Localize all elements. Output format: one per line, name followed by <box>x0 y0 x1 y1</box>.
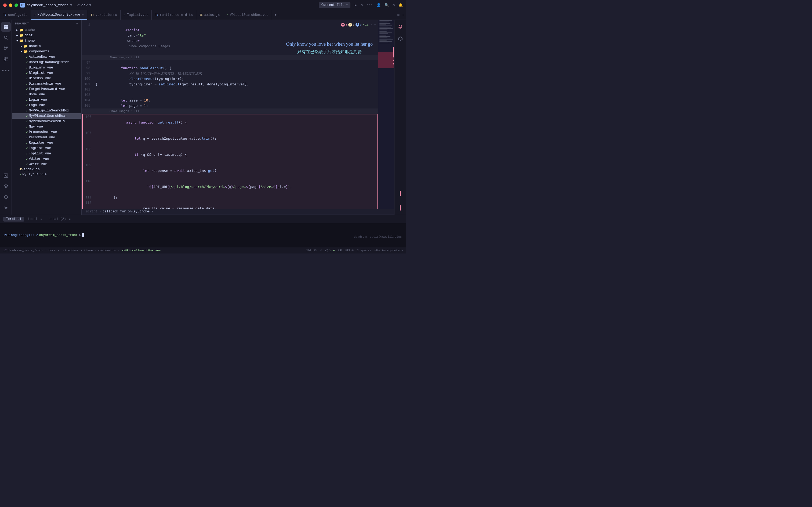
tree-item-theme[interactable]: ▼ 📂 theme <box>12 38 81 44</box>
tree-item-indexjs[interactable]: JS index.js <box>12 167 81 172</box>
activity-search[interactable] <box>1 33 11 43</box>
tree-label-myvplocal: MyVPLocalSearchBox. <box>29 114 67 118</box>
branch-icon: ⎇ <box>76 3 80 7</box>
tree-item-assets[interactable]: ▶ 📁 assets <box>12 44 81 49</box>
terminal-area: Terminal Local ✕ Local (2) ✕ lvlianglian… <box>0 215 406 247</box>
tree-item-bloginfo[interactable]: ✓ BlogInfo.vue <box>12 65 81 70</box>
tree-item-myvpnavbar[interactable]: ✓ MyVPMavBarSearch.v <box>12 119 81 124</box>
vue-toplist-icon: ✓ <box>26 152 28 156</box>
tree-item-myvplocal[interactable]: ✓ MyVPLocalSearchBox. <box>12 113 81 119</box>
show-usages-line-2[interactable]: Show usages ± LLL <box>81 109 378 114</box>
right-panel-notification[interactable] <box>396 22 405 32</box>
sidebar-chevron-icon[interactable]: ▼ <box>76 22 78 25</box>
activity-explorer[interactable] <box>1 22 11 32</box>
search-icon[interactable]: 🔍 <box>385 3 389 7</box>
tree-label-recommend: recommend.vue <box>29 135 55 139</box>
tree-item-recommend[interactable]: ✓ recommend.vue <box>12 135 81 140</box>
tab-close-myvplocal[interactable]: ✕ <box>82 13 84 16</box>
terminal-tab-local[interactable]: Local ✕ <box>25 217 45 222</box>
tab-axios[interactable]: JS axios.js <box>196 10 223 19</box>
status-filetype[interactable]: {} Vue <box>325 249 335 252</box>
split-editor-icon[interactable]: ⊞ <box>397 13 400 17</box>
tree-item-cache[interactable]: ▶ 📁 cache <box>12 27 81 33</box>
terminal-tab-local2-close[interactable]: ✕ <box>69 218 71 221</box>
tree-item-logo[interactable]: ✓ Logo.vue <box>12 103 81 108</box>
terminal-cursor <box>82 233 84 237</box>
tree-item-baselogin[interactable]: ✓ BaseLoginAndRegister <box>12 60 81 65</box>
sidebar-header: Project ▼ <box>12 20 81 27</box>
status-interpreter[interactable]: <No interpreter> <box>374 249 403 252</box>
terminal-tab-local2[interactable]: Local (2) ✕ <box>46 217 73 222</box>
tree-item-mylayout[interactable]: ✓ MyLayout.vue <box>12 172 81 177</box>
status-position[interactable]: 203:33 <box>306 249 317 252</box>
tree-item-processbar[interactable]: ✓ ProcessBar.vue <box>12 129 81 135</box>
vue-bloglist-icon: ✓ <box>26 71 28 75</box>
status-encoding[interactable]: UTF-8 <box>345 249 354 252</box>
tree-item-discussadmin[interactable]: ✓ DiscussAdmin.vue <box>12 81 81 87</box>
status-lineending[interactable]: LF <box>338 249 342 252</box>
svg-point-6 <box>4 47 5 48</box>
activity-settings-bottom[interactable] <box>1 203 11 213</box>
tree-item-forgetpw[interactable]: ✓ ForgetPassword.vue <box>12 87 81 92</box>
status-encoding-label: UTF-8 <box>345 249 354 252</box>
activity-terminal-bottom[interactable] <box>1 171 11 180</box>
right-panel-vite[interactable] <box>396 34 405 44</box>
show-usages-line-1[interactable]: Show usages ± LLL <box>81 55 378 60</box>
maximize-button[interactable] <box>14 3 18 7</box>
project-name-label: daydream_oasis_front <box>26 3 68 7</box>
vue-active-icon: ✓ <box>34 13 36 16</box>
tree-label-taglist: TagList.vue <box>29 146 51 150</box>
tab-config[interactable]: TS config.mts <box>0 10 31 19</box>
svg-point-14 <box>5 207 6 209</box>
tab-myvplocal[interactable]: ✓ MyVPLocalSearchBox.vue ✕ <box>31 10 87 19</box>
minimize-button[interactable] <box>9 3 12 7</box>
tab-vplocal[interactable]: ✓ VPLocalSearchBox.vue <box>223 10 272 19</box>
tree-item-taglist[interactable]: ✓ TagList.vue <box>12 146 81 151</box>
folder-theme-icon: 📂 <box>19 39 23 43</box>
tree-item-write[interactable]: ✓ Write.vue <box>12 162 81 167</box>
tree-item-bloglist[interactable]: ✓ BlogList.vue <box>12 70 81 76</box>
code-line-97: 97 function handleInput() { <box>81 60 378 65</box>
status-something[interactable]: ⚡ <box>320 249 322 252</box>
user-icon[interactable]: 👤 <box>376 3 381 7</box>
activity-debug[interactable] <box>1 192 11 202</box>
activity-layers[interactable] <box>1 181 11 191</box>
tree-item-actionbox[interactable]: ✓ ActionBox.vue <box>12 54 81 60</box>
gear-icon[interactable]: ⚙ <box>393 3 395 7</box>
close-button[interactable] <box>3 3 7 7</box>
more-tabs-icon[interactable]: ⋯ <box>402 13 404 17</box>
tree-item-login[interactable]: ✓ Login.vue <box>12 97 81 103</box>
current-file-button[interactable]: Current File ▼ <box>319 2 350 8</box>
status-indent[interactable]: 2 spaces <box>357 249 371 252</box>
tree-item-nav[interactable]: ✓ Nav.vue <box>12 124 81 129</box>
terminal-tab-local-close[interactable]: ✕ <box>41 218 42 221</box>
tree-item-dist[interactable]: ▶ 📁 dist <box>12 33 81 38</box>
breadcrumb: script › callback for onKeyStroke() <box>81 209 394 215</box>
vue-login-icon: ✓ <box>26 98 28 102</box>
bell-icon[interactable]: 🔔 <box>399 3 403 7</box>
activity-git[interactable] <box>1 44 11 53</box>
tree-label-components: components <box>29 50 49 53</box>
code-line-105: 105 let remain = true; //有剩余的 <box>81 103 378 109</box>
vue-myvpalgolia-icon: ✓ <box>26 109 28 113</box>
activity-more[interactable]: ••• <box>1 66 11 76</box>
tree-item-toplist[interactable]: ✓ TopList.vue <box>12 151 81 156</box>
tab-prettier[interactable]: {} .prettierrc <box>87 10 120 19</box>
tree-item-vditor[interactable]: ✓ Vditor.vue <box>12 156 81 162</box>
tree-item-register[interactable]: ✓ Register.vue <box>12 140 81 146</box>
tree-label-login: Login.vue <box>29 98 47 102</box>
tab-taglist[interactable]: ✓ TagList.vue <box>121 10 152 19</box>
tree-item-components[interactable]: ▼ 📂 components <box>12 49 81 54</box>
settings-icon[interactable]: ⚙ <box>361 3 363 7</box>
tab-runtime[interactable]: TS runtime-core.d.ts <box>152 10 196 19</box>
tab-more-button[interactable]: ▼ ⋯ <box>272 10 282 19</box>
code-editor[interactable]: 1 <script lang="ts" setup> Show componen… <box>81 20 378 209</box>
tree-item-home[interactable]: ✓ Home.vue <box>12 92 81 97</box>
tree-item-discuss[interactable]: ✓ Discuss.vue <box>12 76 81 81</box>
activity-extensions[interactable] <box>1 54 11 64</box>
status-branch[interactable]: ⎇ daydream_oasis_front › docs › .vitepre… <box>3 249 119 252</box>
tree-item-myvpalgolia[interactable]: ✓ MyVPAlgoliaSearchBox <box>12 108 81 113</box>
terminal-tab-terminal[interactable]: Terminal <box>3 217 24 222</box>
run-icon[interactable]: ▶ <box>355 3 357 7</box>
more-icon[interactable]: ••• <box>366 3 373 7</box>
